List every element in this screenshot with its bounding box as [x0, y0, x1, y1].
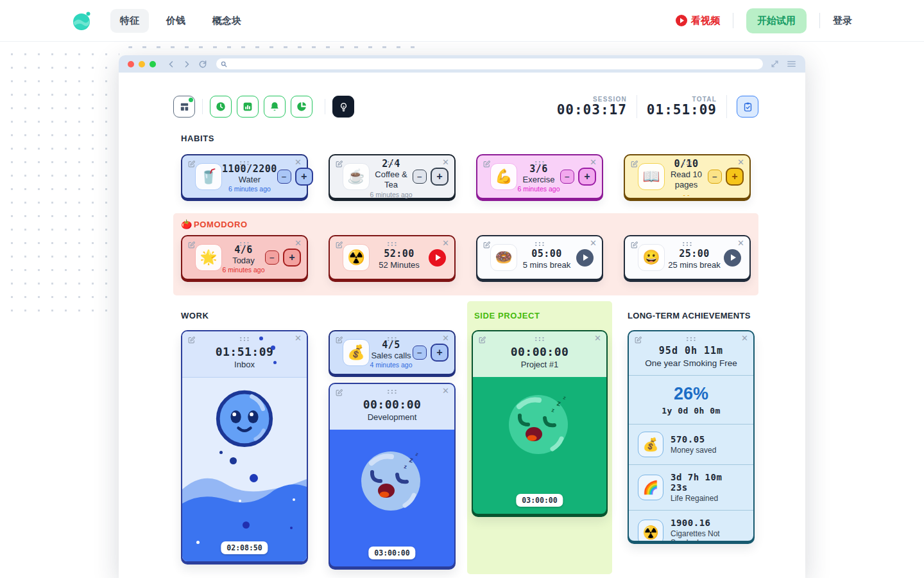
- edit-icon[interactable]: [335, 336, 343, 344]
- theme-button[interactable]: [332, 96, 354, 118]
- drag-handle-icon[interactable]: [387, 389, 398, 394]
- drag-handle-icon[interactable]: [682, 241, 693, 246]
- url-bar[interactable]: [216, 58, 763, 69]
- edit-icon[interactable]: [187, 336, 196, 344]
- notifications-button[interactable]: [264, 96, 286, 118]
- close-icon[interactable]: [442, 387, 449, 395]
- edit-icon[interactable]: [634, 336, 642, 344]
- session-time: 00:03:17: [557, 103, 627, 117]
- increment-button[interactable]: +: [283, 249, 301, 267]
- play-button[interactable]: [724, 249, 741, 267]
- login-link[interactable]: 登录: [833, 15, 852, 27]
- close-icon[interactable]: [737, 158, 744, 166]
- close-icon[interactable]: [295, 239, 302, 247]
- nav-item-concepts[interactable]: 概念块: [203, 9, 251, 33]
- edit-icon[interactable]: [187, 241, 196, 249]
- increment-button[interactable]: +: [431, 168, 449, 186]
- habit-timestamp: 6 minutes ago: [517, 185, 560, 193]
- watch-video-link[interactable]: 看视频: [676, 15, 720, 27]
- timer-button[interactable]: [210, 96, 232, 118]
- drag-handle-icon[interactable]: [387, 241, 398, 246]
- layout-button[interactable]: [173, 96, 195, 118]
- stats-button[interactable]: [237, 96, 259, 118]
- habit-name: Coffee & Tea: [370, 170, 413, 191]
- brand-logo-icon[interactable]: [72, 10, 92, 31]
- emoji: 🌈: [643, 480, 659, 495]
- drag-handle-icon[interactable]: [682, 161, 693, 165]
- close-icon[interactable]: [594, 334, 601, 342]
- increment-button[interactable]: +: [431, 344, 449, 362]
- play-button[interactable]: [429, 249, 446, 267]
- reports-button[interactable]: [291, 96, 312, 118]
- elapsed-badge: 02:08:50: [221, 541, 268, 554]
- increment-button[interactable]: +: [726, 168, 744, 186]
- tasks-button[interactable]: [737, 96, 758, 118]
- edit-icon[interactable]: [630, 160, 638, 168]
- edit-icon[interactable]: [187, 160, 196, 168]
- achievement-name: One year Smoking Free: [635, 358, 747, 368]
- drag-handle-icon[interactable]: [239, 241, 250, 246]
- decrement-button[interactable]: −: [708, 170, 722, 184]
- close-icon[interactable]: [590, 158, 597, 166]
- close-icon[interactable]: [442, 239, 449, 247]
- rainbow-emoji-icon: 🌈: [638, 475, 663, 500]
- start-trial-button[interactable]: 开始试用: [746, 8, 807, 33]
- task-name: Development: [330, 412, 454, 423]
- decrement-button[interactable]: −: [413, 346, 427, 360]
- coffee-emoji-icon: ☕: [343, 163, 370, 190]
- drag-handle-icon[interactable]: [239, 161, 250, 165]
- nav-item-features[interactable]: 特征: [110, 9, 149, 33]
- elapsed-badge: 03:00:00: [516, 494, 563, 507]
- reload-icon[interactable]: [198, 60, 207, 69]
- increment-button[interactable]: +: [295, 168, 313, 186]
- edit-icon[interactable]: [335, 241, 343, 249]
- svg-text:z: z: [415, 451, 419, 458]
- stat-value: 570.05: [671, 434, 716, 444]
- moneybag-emoji-icon: 💰: [343, 339, 370, 366]
- decrement-button[interactable]: −: [413, 170, 427, 184]
- stat-label: Money saved: [671, 446, 716, 455]
- close-icon[interactable]: [590, 239, 597, 247]
- expand-icon[interactable]: [771, 60, 779, 68]
- drag-handle-icon[interactable]: [535, 337, 545, 341]
- close-icon[interactable]: [442, 334, 449, 342]
- menu-icon[interactable]: [787, 60, 796, 68]
- achievement-percent: 26%: [635, 384, 747, 404]
- decrement-button[interactable]: −: [277, 170, 291, 184]
- drag-handle-icon[interactable]: [535, 161, 545, 165]
- decrement-button[interactable]: −: [560, 170, 574, 184]
- drag-handle-icon[interactable]: [387, 161, 398, 165]
- nav-item-pricing[interactable]: 价钱: [157, 9, 195, 33]
- drag-handle-icon[interactable]: [387, 337, 398, 341]
- browser-search-input[interactable]: [230, 60, 758, 69]
- increment-button[interactable]: +: [578, 168, 596, 186]
- edit-icon[interactable]: [483, 160, 491, 168]
- emoji: 😀: [642, 249, 660, 266]
- close-icon[interactable]: [295, 158, 302, 166]
- play-button[interactable]: [576, 249, 594, 267]
- edit-icon[interactable]: [483, 241, 491, 249]
- clock-icon: [215, 101, 227, 112]
- edit-icon[interactable]: [478, 336, 486, 344]
- emoji: 💪: [495, 168, 512, 185]
- back-icon[interactable]: [167, 60, 175, 68]
- window-minimize-button[interactable]: [139, 61, 145, 67]
- close-icon[interactable]: [741, 334, 748, 342]
- decrement-button[interactable]: −: [265, 250, 279, 265]
- edit-icon[interactable]: [335, 160, 343, 168]
- forward-icon[interactable]: [183, 60, 191, 68]
- close-icon[interactable]: [737, 239, 744, 247]
- edit-icon[interactable]: [335, 389, 343, 397]
- drag-handle-icon[interactable]: [239, 337, 250, 341]
- habits-row: 🥤 1100/2200 Water 6 minutes ago − +: [181, 154, 758, 199]
- close-icon[interactable]: [442, 158, 449, 166]
- window-close-button[interactable]: [128, 61, 134, 67]
- side-project-section: SIDE PROJECT 00:00:00 Project #1: [467, 301, 612, 574]
- drag-handle-icon[interactable]: [535, 241, 545, 246]
- drag-handle-icon[interactable]: [686, 337, 697, 341]
- close-icon[interactable]: [295, 334, 302, 342]
- happy-blob-character: [214, 387, 275, 448]
- edit-icon[interactable]: [630, 241, 638, 249]
- window-maximize-button[interactable]: [150, 61, 156, 67]
- habit-timestamp: 6 minutes ago: [370, 191, 413, 199]
